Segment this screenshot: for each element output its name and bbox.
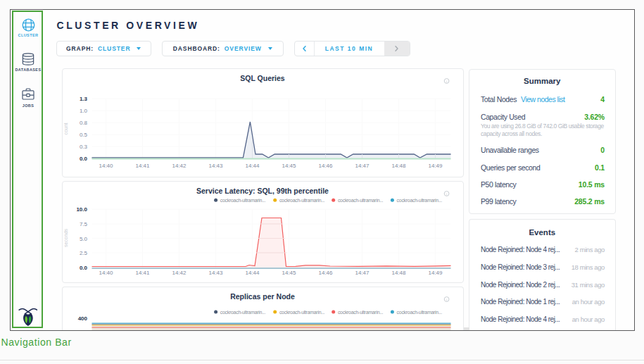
svg-text:14:40: 14:40 [99,163,113,169]
svg-text:14:42: 14:42 [172,163,187,169]
svg-text:cockroach-ultramarin...: cockroach-ultramarin... [279,310,324,315]
svg-text:cockroach-ultramarin...: cockroach-ultramarin... [396,310,442,315]
svg-text:SQL Queries: SQL Queries [240,73,285,82]
svg-text:i: i [446,79,446,83]
svg-text:14:47: 14:47 [355,270,370,276]
svg-text:seconds: seconds [63,228,68,247]
svg-text:14:48: 14:48 [391,270,406,276]
svg-text:i: i [446,298,446,302]
svg-text:1.3: 1.3 [79,96,87,102]
svg-text:14:41: 14:41 [135,270,150,276]
svg-text:cockroach-ultramarin...: cockroach-ultramarin... [220,197,265,202]
svg-text:cockroach-ultramarin...: cockroach-ultramarin... [279,197,324,202]
svg-text:10.0: 10.0 [76,206,87,213]
svg-text:14:44: 14:44 [245,270,260,276]
svg-text:14:49: 14:49 [428,163,443,169]
svg-text:0.5: 0.5 [79,132,87,138]
svg-text:2.5: 2.5 [79,250,87,256]
svg-text:14:46: 14:46 [318,270,333,276]
svg-text:5.0: 5.0 [79,235,87,241]
svg-text:Service Latency: SQL, 99th per: Service Latency: SQL, 99th percentile [196,186,329,194]
svg-text:cockroach-ultramarin...: cockroach-ultramarin... [396,197,442,202]
svg-text:7.5: 7.5 [79,221,87,227]
svg-text:14:48: 14:48 [391,163,406,169]
svg-text:count: count [63,123,68,134]
svg-text:0.3: 0.3 [79,144,87,150]
svg-text:i: i [446,192,446,196]
svg-text:cockroach-ultramarin...: cockroach-ultramarin... [337,310,383,315]
svg-text:14:43: 14:43 [208,163,223,169]
svg-text:14:42: 14:42 [172,270,187,276]
svg-text:14:47: 14:47 [355,163,370,169]
svg-text:14:43: 14:43 [208,270,223,276]
svg-text:14:40: 14:40 [99,270,113,276]
svg-text:400: 400 [77,315,87,322]
svg-text:14:49: 14:49 [428,270,443,276]
svg-text:14:45: 14:45 [282,270,296,276]
svg-text:1.0: 1.0 [79,108,87,114]
svg-text:cockroach-ultramarin...: cockroach-ultramarin... [337,197,383,202]
svg-text:0.0: 0.0 [79,265,87,271]
svg-text:0.8: 0.8 [79,120,87,126]
svg-text:14:44: 14:44 [245,163,260,169]
svg-text:14:46: 14:46 [318,163,333,169]
svg-text:0.0: 0.0 [79,155,87,161]
svg-text:14:45: 14:45 [282,163,296,169]
svg-text:14:41: 14:41 [135,163,150,169]
svg-text:cockroach-ultramarin...: cockroach-ultramarin... [220,310,265,315]
svg-text:Replicas per Node: Replicas per Node [230,292,295,301]
